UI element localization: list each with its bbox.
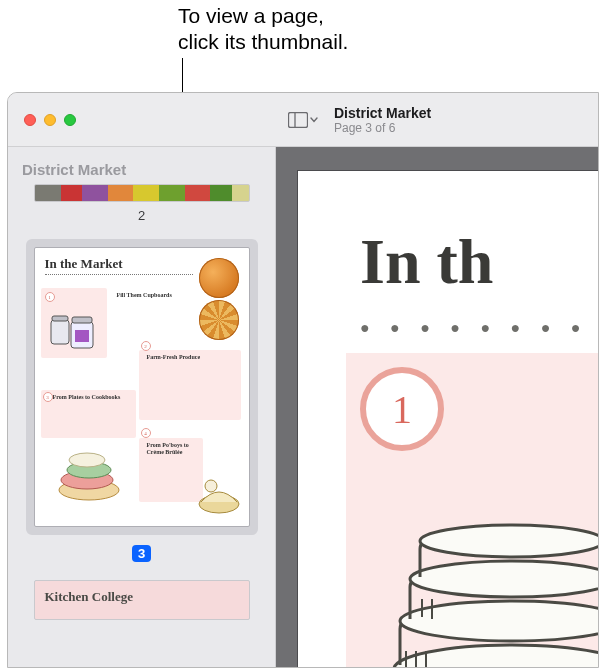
thumb-divider [45,274,193,275]
svg-rect-3 [52,316,68,321]
window-controls [24,114,76,126]
thumb-heading: From Po'boys to Crème Brûlée [147,442,203,456]
document-title-block[interactable]: District Market Page 3 of 6 [334,105,431,135]
page-title: In th [360,225,493,299]
close-window-button[interactable] [24,114,36,126]
svg-point-12 [205,480,217,492]
svg-rect-6 [75,330,89,342]
thumbnails-sidebar: District Market 2 In the Market 1 [8,147,276,667]
page-thumbnail-4[interactable]: Kitchen College [34,580,250,620]
svg-point-16 [410,561,598,597]
thumb-heading: Fill Them Cupboards [117,292,177,299]
sidebar-document-title: District Market [22,161,261,178]
thumb-heading: From Plates to Cookbooks [53,394,123,401]
sidebar-icon [288,112,308,128]
app-window: District Market Page 3 of 6 District Mar… [7,92,599,668]
dotted-rule: ● ● ● ● ● ● ● ● ● ● ● ● ● ● ● ● ● ● ● ● … [360,319,598,337]
chevron-down-icon [310,117,318,123]
titlebar: District Market Page 3 of 6 [8,93,598,147]
minimize-window-button[interactable] [44,114,56,126]
page-thumbnail-3-content: In the Market 1 2 3 4 Fill Them Cupboard… [34,247,250,527]
orange-slice-illustration-icon [199,300,239,340]
svg-point-17 [420,525,598,557]
page-3-paper[interactable]: In th ● ● ● ● ● ● ● ● ● ● ● ● ● ● ● ● ● … [298,171,598,667]
page-thumbnail-2[interactable] [34,184,250,202]
jars-illustration-large-icon [382,479,598,667]
thumb-step-marker: 1 [45,292,55,302]
thumb-page-title: In the Market [45,256,123,272]
jars-illustration-icon [49,302,99,354]
svg-rect-5 [72,317,92,323]
svg-point-14 [394,645,598,667]
page-thumbnail-3-selected[interactable]: In the Market 1 2 3 4 Fill Them Cupboard… [26,239,258,535]
thumb-step-marker: 4 [141,428,151,438]
svg-rect-2 [51,320,69,344]
sidebar-view-menu-button[interactable] [286,107,320,133]
svg-point-10 [69,453,105,467]
thumb-heading: Farm-Fresh Produce [147,354,207,361]
thumb4-title: Kitchen College [45,589,133,604]
step-marker-1: 1 [360,367,444,451]
page-indicator: Page 3 of 6 [334,121,431,135]
thumb-step-marker: 2 [141,341,151,351]
svg-rect-0 [289,112,308,127]
page-number-2: 2 [34,208,250,223]
bowls-illustration-icon [53,444,125,502]
help-callout: To view a page, click its thumbnail. [178,3,348,55]
pie-illustration-icon [197,478,241,514]
document-title: District Market [334,105,431,121]
orange-illustration-icon [199,258,239,298]
page-number-3-current: 3 [132,545,151,562]
zoom-window-button[interactable] [64,114,76,126]
svg-point-15 [400,601,598,641]
document-canvas[interactable]: In th ● ● ● ● ● ● ● ● ● ● ● ● ● ● ● ● ● … [276,147,598,667]
thumb-step-marker: 3 [43,392,53,402]
